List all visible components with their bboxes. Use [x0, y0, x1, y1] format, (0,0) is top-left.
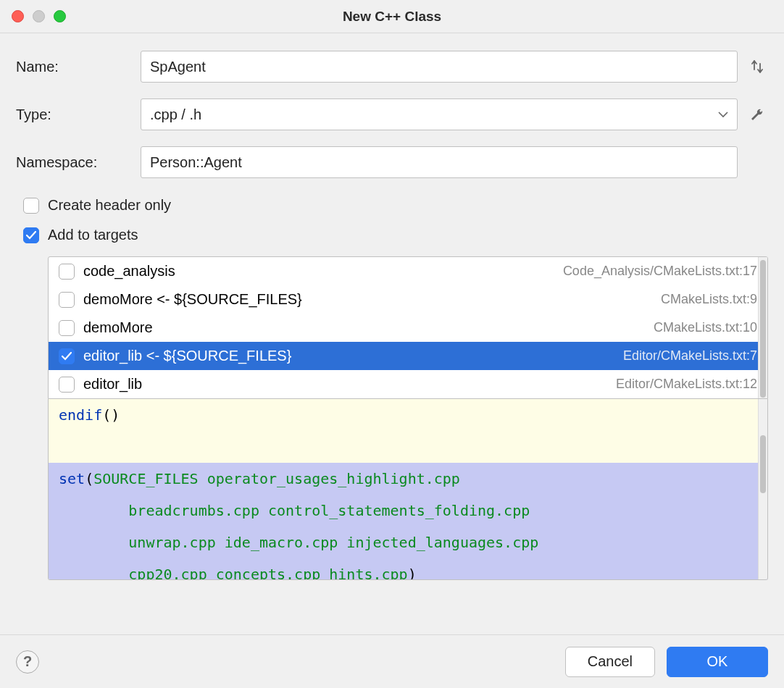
target-name: editor_lib [83, 376, 142, 393]
target-checkbox[interactable] [59, 348, 75, 364]
window-title: New C++ Class [0, 9, 784, 25]
code-token: breadcrumbs.cpp control_statements_foldi… [59, 502, 530, 519]
add-to-targets-label: Add to targets [48, 227, 138, 243]
target-checkbox[interactable] [59, 320, 75, 336]
code-token: set [59, 470, 85, 487]
help-button[interactable]: ? [16, 650, 39, 674]
target-row[interactable]: code_analysisCode_Analysis/CMakeLists.tx… [49, 257, 767, 285]
code-token: unwrap.cpp ide_macro.cpp injected_langua… [59, 534, 538, 551]
type-label: Type: [16, 106, 132, 123]
window-controls [12, 10, 66, 22]
target-checkbox[interactable] [59, 292, 75, 308]
targets-scrollbar[interactable] [758, 257, 767, 398]
code-token: SOURCE_FILES [93, 470, 199, 487]
target-name: demoMore <- ${SOURCE_FILES} [83, 291, 302, 308]
ok-button[interactable]: OK [667, 647, 768, 677]
add-to-targets-checkbox[interactable] [23, 227, 39, 243]
minimize-window-button[interactable] [33, 10, 45, 22]
code-token: operator_usages_highlight.cpp [199, 470, 460, 487]
name-label: Name: [16, 59, 132, 75]
target-path: Code_Analysis/CMakeLists.txt:17 [563, 264, 757, 279]
target-row[interactable]: demoMoreCMakeLists.txt:10 [49, 314, 767, 342]
code-scrollbar[interactable] [758, 399, 767, 579]
titlebar: New C++ Class [0, 0, 784, 33]
target-row[interactable]: demoMore <- ${SOURCE_FILES}CMakeLists.tx… [49, 285, 767, 314]
type-value: .cpp / .h [150, 106, 201, 123]
sort-icon[interactable] [746, 59, 768, 74]
target-name: editor_lib <- ${SOURCE_FILES} [83, 348, 291, 364]
target-checkbox[interactable] [59, 264, 75, 280]
code-token: cpp20.cpp concepts.cpp hints.cpp [59, 566, 408, 580]
maximize-window-button[interactable] [54, 10, 66, 22]
chevron-down-icon [718, 111, 728, 118]
target-checkbox[interactable] [59, 377, 75, 393]
target-path: CMakeLists.txt:10 [654, 320, 757, 335]
create-header-only-checkbox[interactable] [23, 198, 39, 214]
cancel-button[interactable]: Cancel [565, 647, 655, 677]
target-path: Editor/CMakeLists.txt:7 [623, 348, 757, 364]
type-select[interactable]: .cpp / .h [141, 98, 738, 130]
name-input[interactable] [141, 51, 738, 83]
code-preview: endif() set(SOURCE_FILES operator_usages… [48, 399, 768, 580]
namespace-input[interactable] [141, 146, 738, 178]
wrench-icon[interactable] [746, 106, 768, 122]
code-token: () [102, 406, 120, 424]
code-token: ( [85, 470, 93, 487]
target-name: demoMore [83, 319, 153, 336]
code-token: endif [59, 406, 102, 424]
target-path: CMakeLists.txt:9 [661, 292, 757, 307]
targets-list: code_analysisCode_Analysis/CMakeLists.tx… [48, 256, 768, 399]
code-token: ) [408, 566, 417, 580]
namespace-label: Namespace: [16, 154, 132, 171]
target-row[interactable]: editor_lib <- ${SOURCE_FILES}Editor/CMak… [49, 342, 767, 370]
target-path: Editor/CMakeLists.txt:12 [616, 377, 757, 392]
target-row[interactable]: editor_libEditor/CMakeLists.txt:12 [49, 370, 767, 398]
target-name: code_analysis [83, 263, 175, 280]
create-header-only-label: Create header only [48, 197, 171, 214]
close-window-button[interactable] [12, 10, 24, 22]
